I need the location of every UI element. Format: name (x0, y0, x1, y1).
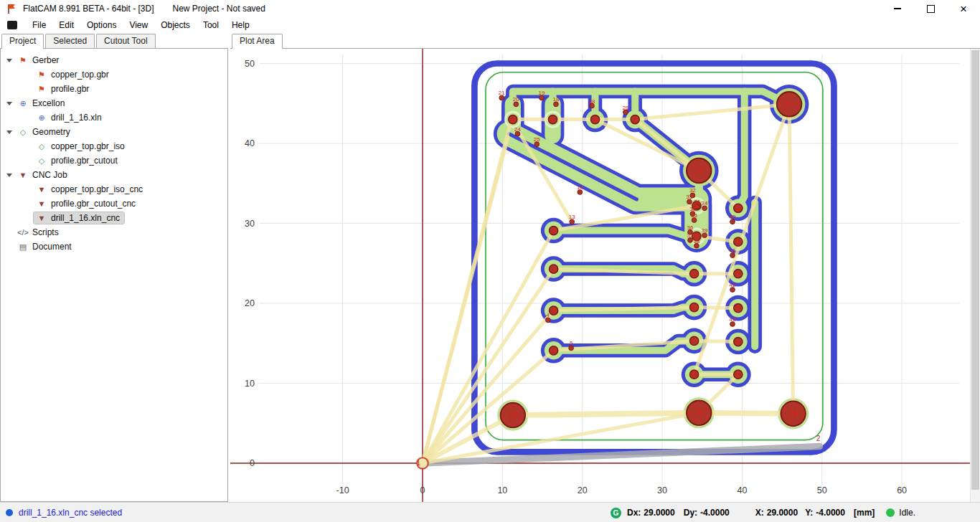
tab-project[interactable]: Project (1, 34, 44, 49)
y-label: Y: (805, 508, 813, 518)
drill-number: 7 (552, 265, 555, 272)
minimize-button[interactable] (881, 0, 914, 17)
expand-chevron-icon[interactable] (4, 59, 15, 62)
drill-number: 1 (416, 459, 420, 467)
drill-number: 4 (551, 116, 555, 123)
x-tick-label: -10 (336, 485, 349, 495)
window-controls: × (881, 0, 980, 17)
menu-objects[interactable]: Objects (154, 19, 197, 32)
close-icon: × (960, 3, 967, 15)
drill-number: 18 (553, 96, 560, 103)
plot-canvas[interactable]: 2223242526543267891918171610111213141521… (230, 49, 971, 502)
travel-line (635, 104, 789, 119)
tree-item-profile-gbr-cutout[interactable]: ◇profile.gbr_cutout (1, 153, 227, 168)
x-tick-label: 50 (817, 485, 827, 495)
drill-number: 39 (702, 227, 708, 234)
tab-selected[interactable]: Selected (45, 34, 95, 48)
tree-item-label: profile.gbr_cutout (51, 156, 118, 166)
menu-view[interactable]: View (123, 19, 154, 32)
tree-item-copper-top-gbr-iso[interactable]: ◇copper_top.gbr_iso (1, 139, 227, 153)
menu-options[interactable]: Options (80, 19, 123, 32)
tree-item-label: Gerber (32, 55, 59, 65)
selection-status: drill_1_16.xln_cnc selected (19, 508, 122, 518)
drill-number: 6 (552, 227, 555, 234)
drill-number: 24 (514, 126, 521, 133)
tree-item-cnc-job[interactable]: ▼CNC Job (1, 168, 227, 182)
drill-number: 33 (686, 194, 692, 200)
y-tick-label: 0 (250, 458, 255, 468)
plot-area[interactable]: 2223242526543267891918171610111213141521… (230, 48, 980, 502)
drill-number: 3 (593, 116, 597, 123)
plot-scrollbar[interactable] (970, 49, 980, 502)
drill-number: 5 (511, 116, 514, 123)
drill-number: 34 (702, 200, 708, 207)
cncjob-icon: ▼ (35, 199, 48, 208)
drill-number: 5 (570, 340, 573, 346)
flatcam-window: FlatCAM 8.991 BETA - 64bit - [3D] New Pr… (0, 0, 980, 522)
y-tick-label: 10 (245, 379, 255, 389)
drill-number: 14 (735, 338, 742, 346)
tree-item-label: copper_top.gbr_iso_cnc (51, 184, 143, 194)
drill-number: 17 (691, 337, 698, 344)
scripts-icon: </> (17, 228, 29, 237)
app-window-icon[interactable] (7, 21, 17, 29)
tree-item-label: drill_1_16.xln (51, 113, 102, 123)
tree-item-copper-top-gbr[interactable]: ⚑copper_top.gbr (1, 67, 227, 82)
tree-item-scripts[interactable]: </>Scripts (1, 225, 227, 239)
units-label: [mm] (854, 508, 875, 518)
tree-item-profile-gbr[interactable]: ⚑profile.gbr (1, 82, 227, 96)
project-tree-pane: ⚑Gerber⚑copper_top.gbr⚑profile.gbr⊕Excel… (0, 48, 228, 502)
y-tick-label: 40 (245, 138, 255, 148)
tree-item-drill-1-16-xln-cnc[interactable]: ▼drill_1_16.xln_cnc (1, 211, 227, 225)
tree-item-gerber[interactable]: ⚑Gerber (1, 53, 227, 67)
maximize-button[interactable] (914, 0, 947, 17)
drill-number: 28 (589, 98, 595, 105)
tree-item-label: Excellon (32, 98, 65, 108)
drill-number: 10 (735, 204, 742, 212)
drill-number: 2 (816, 435, 821, 442)
expand-chevron-icon[interactable] (4, 174, 15, 177)
x-tick-label: 60 (897, 485, 907, 495)
drill-number: 26 (509, 412, 517, 419)
tree-item-copper-top-gbr-iso-cnc[interactable]: ▼copper_top.gbr_iso_cnc (1, 182, 227, 196)
geometry-icon: ◇ (17, 128, 29, 137)
menu-tool[interactable]: Tool (197, 19, 225, 32)
menu-edit[interactable]: Edit (52, 19, 80, 32)
tree-item-drill-1-16-xln[interactable]: ⊕drill_1_16.xln (1, 110, 227, 125)
x-tick-label: 20 (578, 485, 588, 495)
tree-item-geometry[interactable]: ◇Geometry (1, 125, 227, 139)
drill-number: 25 (695, 409, 704, 417)
flatcam-logo-icon (6, 3, 17, 14)
statusbar-right: G Dx: 29.0000 Dy: -4.0000 X: 29.0000 Y: … (611, 508, 980, 518)
dx-value: 29.0000 (644, 508, 674, 518)
menu-file[interactable]: File (26, 19, 52, 32)
status-bar: drill_1_16.xln_cnc selected G Dx: 29.000… (0, 502, 980, 522)
project-status: New Project - Not saved (173, 4, 265, 14)
x-label: X: (755, 508, 764, 518)
menu-help[interactable]: Help (225, 19, 256, 32)
close-button[interactable]: × (947, 0, 980, 17)
scrollbar-thumb[interactable] (971, 50, 979, 490)
grid-snap-icon[interactable]: G (611, 508, 621, 518)
x-tick-label: 30 (657, 485, 667, 495)
tree-item-excellon[interactable]: ⊕Excellon (1, 96, 227, 110)
tab-cutout-tool[interactable]: Cutout Tool (96, 34, 156, 48)
travel-line (789, 104, 793, 414)
tree-item-label: drill_1_16.xln_cnc (51, 213, 120, 223)
window-title: FlatCAM 8.991 BETA - 64bit - [3D] (23, 4, 154, 14)
tree-item-document[interactable]: ▤Document (1, 239, 227, 254)
minimize-icon (894, 8, 901, 9)
drill-number: 24 (789, 409, 798, 417)
menu-items: FileEditOptionsViewObjectsToolHelp (26, 19, 256, 32)
tab-plot-area[interactable]: Plot Area (232, 34, 283, 49)
gerber-icon: ⚑ (35, 70, 48, 80)
expand-chevron-icon[interactable] (4, 130, 15, 134)
tree-item-label: profile.gbr_cutout_cnc (51, 199, 136, 209)
x-value: 29.0000 (767, 508, 798, 518)
title-bar[interactable]: FlatCAM 8.991 BETA - 64bit - [3D] New Pr… (0, 0, 980, 17)
dx-label: Dx: (627, 508, 641, 518)
project-tree: ⚑Gerber⚑copper_top.gbr⚑profile.gbr⊕Excel… (1, 49, 227, 254)
expand-chevron-icon[interactable] (4, 102, 15, 105)
tree-item-profile-gbr-cutout-cnc[interactable]: ▼profile.gbr_cutout_cnc (1, 196, 227, 211)
dy-label: Dy: (684, 508, 697, 518)
